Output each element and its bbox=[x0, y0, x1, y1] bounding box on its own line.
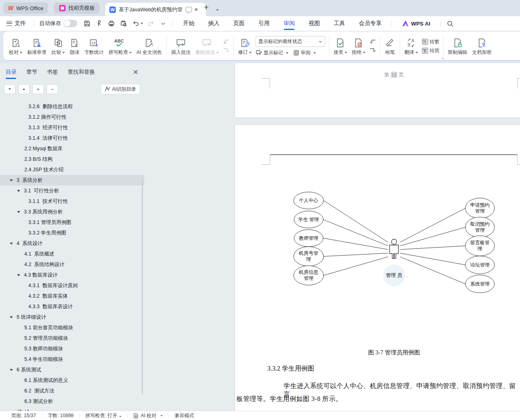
track-changes-icon bbox=[240, 36, 249, 48]
toc-item[interactable]: 6.3 测试分析 bbox=[0, 396, 144, 407]
file-menu[interactable]: 文件 bbox=[0, 20, 31, 27]
toc-item[interactable]: 5.3 教师功能模块 bbox=[0, 343, 144, 354]
ai-proofread-status[interactable]: AI 校对 bbox=[133, 412, 163, 419]
toc-item[interactable]: 4.3.3 数据库表设计 bbox=[0, 301, 144, 312]
collapse-all-button[interactable] bbox=[18, 84, 30, 94]
export-pdf-icon[interactable] bbox=[94, 18, 105, 29]
toc-item[interactable]: 2.4 JSP 技术介绍 bbox=[0, 164, 144, 175]
tab-wps-home[interactable]: W WPS Office bbox=[3, 2, 48, 14]
toc-item[interactable]: 6.1 系统测试的意义 bbox=[0, 375, 144, 386]
toc-item[interactable]: 3.3.1 管理员用例图 bbox=[0, 217, 144, 228]
tab-chapters[interactable]: 章节 bbox=[26, 68, 37, 79]
page-indicator[interactable]: 页面: 15/37 bbox=[11, 412, 36, 419]
more-commands-caret-icon[interactable] bbox=[158, 18, 169, 29]
tab-list-caret-icon[interactable] bbox=[215, 4, 219, 13]
ai-polish-button[interactable]: AI 全文润色 bbox=[134, 33, 164, 59]
toc-item[interactable]: 4.3.1 数据库设计原则 bbox=[0, 280, 144, 291]
divider bbox=[42, 413, 42, 418]
prev-revision-icon[interactable] bbox=[369, 39, 376, 45]
to-traditional-button[interactable]: 简 转繁 bbox=[422, 38, 439, 45]
toc-item[interactable]: 3.3.2 学生用例图 bbox=[0, 228, 144, 238]
translate-button[interactable]: 文 A 翻译 bbox=[402, 33, 420, 59]
print-preview-icon[interactable] bbox=[118, 18, 129, 29]
toc-item[interactable]: 5.2 管理员功能模块 bbox=[0, 333, 144, 343]
toc-item[interactable]: 4.3 数据库设计 bbox=[0, 270, 144, 280]
new-tab-button[interactable]: + bbox=[204, 2, 209, 12]
review-pane-button[interactable]: 审阅 bbox=[293, 49, 316, 56]
markup-state-select[interactable]: 显示标记的最终状态 bbox=[256, 36, 325, 47]
dialog-launcher-icon[interactable]: ↘ bbox=[441, 56, 444, 60]
toc-item[interactable]: 6 系统测试 bbox=[0, 365, 144, 375]
toc-item[interactable]: 4.3.2 数据库实体 bbox=[0, 291, 144, 301]
tab-bookmarks[interactable]: 书签 bbox=[47, 68, 58, 79]
ink-brush-icon bbox=[385, 36, 395, 48]
toc-item[interactable]: 4.1 系统概述 bbox=[0, 249, 144, 259]
toc-item[interactable]: 3.3 系统用例分析 bbox=[0, 207, 144, 217]
zoom-out-button[interactable]: − bbox=[47, 84, 58, 94]
toc-item[interactable]: 3.1.2 操作可行性 bbox=[0, 112, 144, 122]
reject-button[interactable]: 拒绝 bbox=[350, 33, 368, 59]
next-revision-icon[interactable] bbox=[369, 48, 376, 53]
toc-item[interactable]: 4.2 系统结构设计 bbox=[0, 259, 144, 270]
undo-icon[interactable] bbox=[130, 18, 145, 29]
toc-item[interactable]: 5 统详细设计 bbox=[0, 312, 144, 322]
spell-check-button[interactable]: ABC 拼写检查 bbox=[106, 33, 134, 59]
toc-item[interactable]: 3.1.1 技术可行性 bbox=[0, 196, 144, 207]
proofread-button[interactable]: 校对 bbox=[6, 33, 25, 59]
menu-item-工具[interactable]: 工具 bbox=[327, 16, 352, 31]
tab-document-active[interactable]: W 基于JavaWeb的机房预约管理 bbox=[105, 3, 206, 16]
insert-comment-button[interactable]: 插入批注 bbox=[169, 33, 193, 59]
toc-item[interactable]: 3.2.6 删除信息流程 bbox=[0, 101, 144, 112]
ai-recognize-toc-button[interactable]: AI识别目录 bbox=[101, 84, 140, 94]
menu-item-视图[interactable]: 视图 bbox=[302, 16, 327, 31]
print-icon[interactable] bbox=[106, 18, 117, 29]
toc-item[interactable]: 3 系统分析 bbox=[0, 175, 144, 185]
encrypt-document-button[interactable]: 文档加密 bbox=[470, 33, 494, 59]
menu-item-引用[interactable]: 引用 bbox=[251, 16, 277, 31]
usecase-label: 学生 管理 bbox=[298, 217, 319, 223]
toc-item[interactable]: 2.2 Mysql 数据库 bbox=[0, 143, 144, 154]
toc-item[interactable]: 3.1.4 法律可行性 bbox=[0, 133, 144, 143]
restrict-editing-button[interactable]: 限制编辑 bbox=[445, 33, 470, 59]
toc-item[interactable]: 结 论 bbox=[0, 407, 144, 411]
toc-item[interactable]: 5.4 学生功能模块 bbox=[0, 354, 144, 365]
read-aloud-button[interactable]: 朗读 bbox=[67, 33, 82, 59]
expand-all-button[interactable] bbox=[4, 84, 15, 94]
tab-find-replace[interactable]: 查找和替换 bbox=[68, 68, 95, 79]
search-icon[interactable] bbox=[445, 18, 456, 29]
wps-ai-menu[interactable]: WPS AI bbox=[395, 16, 437, 31]
reader-mode-icon[interactable] bbox=[185, 7, 192, 12]
ink-brush-button[interactable]: 画笔 bbox=[382, 33, 398, 59]
compat-mode-indicator[interactable]: 兼容模式 bbox=[175, 412, 194, 419]
tab-toc[interactable]: 目录 bbox=[6, 68, 17, 79]
toc-item[interactable]: 3.1.3 经济可行性 bbox=[0, 122, 144, 133]
tab-docer[interactable]: 找稻壳模板 bbox=[54, 2, 100, 14]
save-icon[interactable] bbox=[81, 18, 93, 29]
spell-check-status[interactable]: 拼写检查: 打开 bbox=[85, 412, 122, 419]
toc-item[interactable]: 3.1 可行性分析 bbox=[0, 185, 144, 196]
document-area[interactable]: 第 11 页 bbox=[144, 63, 520, 411]
menu-item-页面[interactable]: 页面 bbox=[226, 16, 251, 31]
close-icon[interactable]: ✕ bbox=[133, 68, 139, 79]
zoom-in-button[interactable]: + bbox=[32, 84, 44, 94]
autosave-toggle[interactable] bbox=[64, 20, 77, 27]
standard-review-button[interactable]: 标准审查 bbox=[25, 33, 49, 59]
track-changes-button[interactable]: 修订 bbox=[236, 33, 254, 59]
word-count-indicator[interactable]: 字数: 10898 bbox=[48, 412, 74, 419]
compare-button[interactable]: 比较 bbox=[49, 33, 67, 59]
comment-nav bbox=[221, 33, 231, 59]
menu-item-插入[interactable]: 插入 bbox=[201, 16, 226, 31]
word-count-button[interactable]: 12 字数统计 bbox=[82, 33, 106, 59]
show-markup-button[interactable]: 显示标记 bbox=[256, 49, 288, 56]
menu-item-审阅[interactable]: 审阅 bbox=[277, 16, 302, 31]
to-simplified-button[interactable]: 繁 转简 bbox=[422, 47, 439, 54]
toc-item[interactable]: 6.2 测试方法 bbox=[0, 386, 144, 396]
toc-item[interactable]: 2.3 B/S 结构 bbox=[0, 154, 144, 164]
menu-item-开始[interactable]: 开始 bbox=[176, 16, 201, 31]
toc-item[interactable]: 5.1 前台首页功能模块 bbox=[0, 322, 144, 333]
association-line bbox=[323, 238, 388, 249]
menu-item-会员专享[interactable]: 会员专享 bbox=[352, 16, 388, 31]
sidebar-scrollbar[interactable] bbox=[142, 179, 143, 394]
toc-item[interactable]: 4 系统设计 bbox=[0, 238, 144, 249]
accept-button[interactable]: 接受 bbox=[331, 33, 350, 59]
